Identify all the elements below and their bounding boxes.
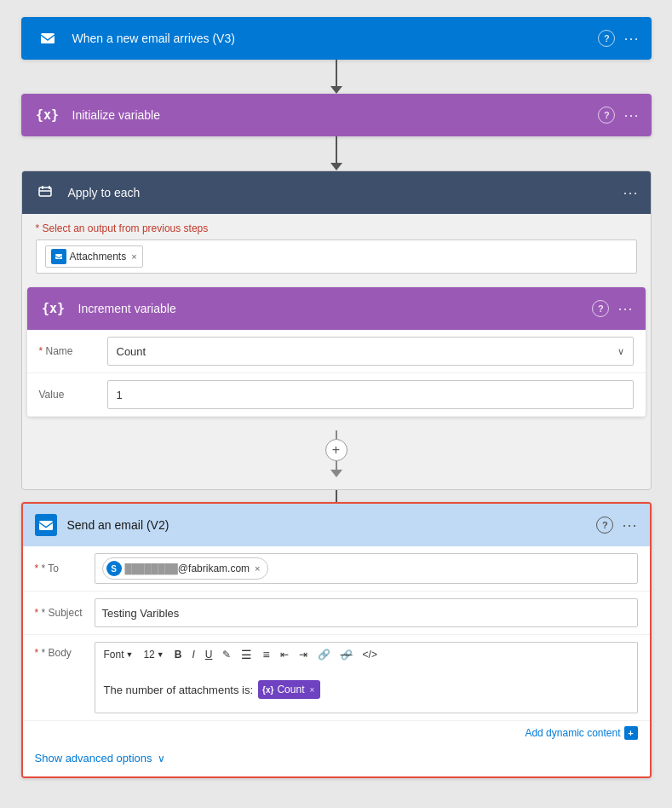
link-button[interactable]: 🔗 [314,647,334,662]
show-advanced-options[interactable]: Show advanced options ∨ [23,743,650,776]
trigger-header: When a new email arrives (V3) ? ··· [21,17,652,60]
apply-each-header: Apply to each ··· [22,171,651,214]
unlink-icon: 🔗 [341,649,353,661]
ul-icon: ☰ [241,648,252,661]
variable-tag-label: Count [277,684,304,695]
apply-each-more-icon[interactable]: ··· [623,184,638,202]
increment-name-row: Name Count ∨ [27,330,646,373]
variable-tag-icon: {x} [262,685,273,695]
select-output-area: * Select an output from previous steps A… [22,214,651,279]
send-email-step: Send an email (V2) ? ··· * To S ████████… [21,502,652,778]
send-email-actions: ? ··· [596,517,637,534]
trigger-actions: ? ··· [598,30,639,48]
increment-value-label: Value [39,389,107,401]
increment-value-input[interactable]: 1 [107,380,634,409]
attachments-tag-remove[interactable]: × [131,251,136,262]
svg-rect-1 [41,33,55,43]
body-row: * Body Font ▼ 12 ▼ B [23,635,650,721]
send-email-title: Send an email (V2) [67,518,587,532]
trigger-step: When a new email arrives (V3) ? ··· [21,17,652,60]
send-email-header: Send an email (V2) ? ··· [23,504,650,546]
apply-each-actions: ··· [623,184,638,202]
italic-button[interactable]: I [188,647,198,662]
apply-each-container: Apply to each ··· * Select an output fro… [21,170,652,490]
connector-line-1 [336,60,337,86]
to-row: * To S ████████@fabrikam.com × [23,546,650,592]
align-left-button[interactable]: ⇤ [277,647,292,662]
attachments-tag: Attachments × [45,245,143,268]
font-size-selector[interactable]: 12 ▼ [140,647,167,662]
count-variable-tag: {x} Count × [258,680,320,699]
code-button[interactable]: </> [359,647,381,662]
increment-header: {x} Increment variable ? ··· [27,287,646,330]
variable-tag-remove[interactable]: × [309,685,314,695]
increment-name-input[interactable]: Count ∨ [107,337,634,366]
connector-line-2 [336,136,337,163]
body-label: * Body [35,642,95,659]
pen-icon: ✎ [222,649,231,661]
link-icon: 🔗 [318,649,330,661]
ol-icon: ≡ [262,648,269,661]
subject-row: * Subject Testing Varibles [23,592,650,635]
to-input[interactable]: S ████████@fabrikam.com × [95,553,638,584]
align-left-icon: ⇤ [280,649,289,661]
font-selector[interactable]: Font ▼ [101,647,137,662]
increment-icon: {x} [39,294,68,323]
attachments-tag-label: Attachments [70,251,127,263]
align-right-icon: ⇥ [299,649,307,661]
unlink-button[interactable]: 🔗 [337,648,356,662]
send-email-help-icon[interactable]: ? [596,517,613,534]
send-email-more-icon[interactable]: ··· [622,517,637,534]
increment-help-icon[interactable]: ? [592,300,609,317]
add-inner-step-button[interactable]: + [325,439,347,461]
dynamic-content-row: Add dynamic content + [23,721,650,743]
subject-input[interactable]: Testing Varibles [95,598,638,627]
subject-label: * Subject [35,607,95,619]
font-size-dropdown-icon: ▼ [157,650,164,659]
pen-button[interactable]: ✎ [219,647,234,662]
attachments-tag-icon [51,249,66,264]
align-right-button[interactable]: ⇥ [296,647,311,662]
add-dynamic-content-button[interactable]: Add dynamic content + [525,726,637,740]
recipient-remove-icon[interactable]: × [255,563,260,574]
inner-line-bottom [336,461,337,470]
initialize-actions: ? ··· [598,107,639,124]
body-editor-area[interactable]: The number of attachments is: {x} Count … [95,667,638,713]
recipient-avatar: S [106,561,122,576]
font-dropdown-icon: ▼ [126,650,134,659]
send-email-body: * To S ████████@fabrikam.com × * Subject [23,546,650,776]
inner-connector-area: + [22,425,651,481]
connector-3 [336,490,337,502]
unordered-list-button[interactable]: ☰ [238,646,256,663]
bold-button[interactable]: B [171,647,186,662]
connector-arrow-2 [330,163,342,170]
initialize-icon: {x} [33,101,62,130]
send-email-icon [35,514,57,536]
recipient-tag: S ████████@fabrikam.com × [102,557,268,580]
initialize-title: Initialize variable [72,108,589,122]
select-output-input[interactable]: Attachments × [36,240,637,274]
connector-line-3 [336,490,337,502]
trigger-help-icon[interactable]: ? [598,30,615,47]
to-label: * To [35,563,95,574]
trigger-title: When a new email arrives (V3) [72,32,589,45]
inner-arrow [330,470,342,477]
initialize-help-icon[interactable]: ? [598,107,615,124]
increment-value-row: Value 1 [27,373,646,417]
initialize-step: {x} Initialize variable ? ··· [21,94,652,136]
underline-button[interactable]: U [202,647,216,662]
ordered-list-button[interactable]: ≡ [259,646,273,663]
initialize-header: {x} Initialize variable ? ··· [21,94,652,136]
initialize-more-icon[interactable]: ··· [623,107,639,124]
trigger-more-icon[interactable]: ··· [623,30,639,48]
apply-each-title: Apply to each [68,186,613,199]
apply-each-icon [34,181,58,205]
body-text-content: The number of attachments is: [104,684,254,696]
connector-2 [330,136,342,170]
svg-rect-7 [39,521,53,530]
increment-more-icon[interactable]: ··· [617,300,633,318]
increment-actions: ? ··· [592,300,633,318]
inner-line-top [336,430,337,439]
trigger-icon [33,24,62,53]
body-editor: Font ▼ 12 ▼ B I [95,642,638,713]
